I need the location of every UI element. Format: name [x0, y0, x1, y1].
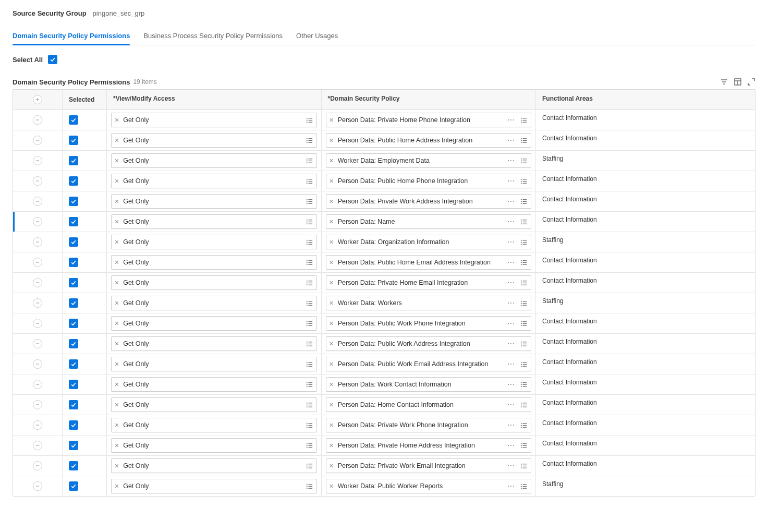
- clear-icon[interactable]: ×: [330, 381, 334, 388]
- remove-row-button[interactable]: [33, 339, 42, 348]
- row-selected-checkbox[interactable]: [69, 278, 78, 287]
- row-selected-checkbox[interactable]: [69, 298, 78, 308]
- access-input[interactable]: ×Get Only: [111, 133, 317, 148]
- more-icon[interactable]: ⋯: [506, 340, 516, 347]
- clear-icon[interactable]: ×: [330, 177, 334, 185]
- list-icon[interactable]: [520, 462, 528, 470]
- row-selected-checkbox[interactable]: [69, 400, 78, 409]
- clear-icon[interactable]: ×: [115, 442, 119, 449]
- list-icon[interactable]: [306, 198, 313, 205]
- remove-row-button[interactable]: [33, 400, 42, 409]
- clear-icon[interactable]: ×: [115, 198, 119, 205]
- clear-icon[interactable]: ×: [115, 218, 119, 225]
- remove-row-button[interactable]: [33, 197, 42, 206]
- clear-icon[interactable]: ×: [330, 299, 334, 307]
- list-icon[interactable]: [520, 360, 528, 368]
- remove-row-button[interactable]: [33, 278, 42, 287]
- remove-row-button[interactable]: [33, 481, 42, 491]
- row-selected-checkbox[interactable]: [69, 156, 78, 165]
- remove-row-button[interactable]: [33, 136, 42, 145]
- clear-icon[interactable]: ×: [115, 421, 119, 429]
- list-icon[interactable]: [520, 259, 528, 267]
- policy-input[interactable]: ×Worker Data: Workers⋯: [326, 296, 532, 310]
- policy-input[interactable]: ×Person Data: Public Work Email Address …: [326, 357, 532, 371]
- more-icon[interactable]: ⋯: [506, 177, 516, 185]
- row-selected-checkbox[interactable]: [69, 359, 78, 369]
- list-icon[interactable]: [520, 279, 528, 287]
- access-input[interactable]: ×Get Only: [111, 438, 317, 453]
- policy-input[interactable]: ×Person Data: Public Work Phone Integrat…: [326, 316, 532, 331]
- access-input[interactable]: ×Get Only: [111, 194, 317, 209]
- list-icon[interactable]: [306, 462, 313, 470]
- more-icon[interactable]: ⋯: [506, 116, 516, 124]
- list-icon[interactable]: [520, 116, 528, 124]
- more-icon[interactable]: ⋯: [506, 157, 516, 164]
- policy-input[interactable]: ×Person Data: Private Work Email Integra…: [326, 458, 532, 473]
- remove-row-button[interactable]: [33, 380, 42, 389]
- list-icon[interactable]: [520, 218, 528, 226]
- clear-icon[interactable]: ×: [330, 116, 334, 124]
- clear-icon[interactable]: ×: [330, 279, 334, 286]
- policy-input[interactable]: ×Worker Data: Organization Information⋯: [326, 235, 532, 249]
- list-icon[interactable]: [520, 177, 528, 185]
- remove-row-button[interactable]: [33, 115, 42, 125]
- row-selected-checkbox[interactable]: [69, 481, 78, 491]
- access-input[interactable]: ×Get Only: [111, 174, 317, 188]
- access-input[interactable]: ×Get Only: [111, 296, 317, 310]
- policy-input[interactable]: ×Person Data: Public Home Email Address …: [326, 255, 532, 270]
- row-selected-checkbox[interactable]: [69, 217, 78, 226]
- clear-icon[interactable]: ×: [115, 320, 119, 327]
- list-icon[interactable]: [306, 442, 313, 450]
- list-icon[interactable]: [520, 137, 528, 144]
- clear-icon[interactable]: ×: [115, 401, 119, 408]
- clear-icon[interactable]: ×: [330, 360, 334, 368]
- policy-input[interactable]: ×Person Data: Public Home Address Integr…: [326, 133, 532, 148]
- clear-icon[interactable]: ×: [115, 177, 119, 185]
- access-input[interactable]: ×Get Only: [111, 357, 317, 371]
- clear-icon[interactable]: ×: [115, 340, 119, 347]
- clear-icon[interactable]: ×: [115, 462, 119, 469]
- tab-0[interactable]: Domain Security Policy Permissions: [13, 27, 130, 45]
- policy-input[interactable]: ×Person Data: Private Home Address Integ…: [326, 438, 532, 453]
- access-input[interactable]: ×Get Only: [111, 458, 317, 473]
- remove-row-button[interactable]: [33, 217, 42, 226]
- row-selected-checkbox[interactable]: [69, 258, 78, 267]
- access-input[interactable]: ×Get Only: [111, 153, 317, 168]
- clear-icon[interactable]: ×: [330, 421, 334, 429]
- list-icon[interactable]: [306, 482, 313, 490]
- policy-input[interactable]: ×Person Data: Name⋯: [326, 214, 532, 229]
- clear-icon[interactable]: ×: [115, 157, 119, 164]
- row-selected-checkbox[interactable]: [69, 461, 78, 470]
- list-icon[interactable]: [306, 360, 313, 368]
- clear-icon[interactable]: ×: [330, 482, 334, 490]
- clear-icon[interactable]: ×: [330, 340, 334, 347]
- list-icon[interactable]: [306, 401, 313, 409]
- remove-row-button[interactable]: [33, 176, 42, 186]
- remove-row-button[interactable]: [33, 461, 42, 470]
- list-icon[interactable]: [520, 421, 528, 429]
- more-icon[interactable]: ⋯: [506, 442, 516, 449]
- more-icon[interactable]: ⋯: [506, 381, 516, 388]
- filter-icon[interactable]: [720, 78, 728, 86]
- more-icon[interactable]: ⋯: [506, 299, 516, 307]
- clear-icon[interactable]: ×: [330, 157, 334, 164]
- list-icon[interactable]: [306, 279, 313, 287]
- policy-input[interactable]: ×Person Data: Work Contact Information⋯: [326, 377, 532, 392]
- row-selected-checkbox[interactable]: [69, 420, 78, 430]
- list-icon[interactable]: [520, 482, 528, 490]
- remove-row-button[interactable]: [33, 319, 42, 328]
- more-icon[interactable]: ⋯: [506, 401, 516, 408]
- clear-icon[interactable]: ×: [115, 360, 119, 368]
- list-icon[interactable]: [520, 198, 528, 205]
- row-selected-checkbox[interactable]: [69, 380, 78, 389]
- policy-input[interactable]: ×Person Data: Public Home Phone Integrat…: [326, 174, 532, 188]
- list-icon[interactable]: [306, 381, 313, 389]
- policy-input[interactable]: ×Person Data: Home Contact Information⋯: [326, 397, 532, 412]
- clear-icon[interactable]: ×: [330, 137, 334, 144]
- more-icon[interactable]: ⋯: [506, 421, 516, 429]
- remove-row-button[interactable]: [33, 359, 42, 369]
- list-icon[interactable]: [520, 238, 528, 246]
- tab-2[interactable]: Other Usages: [296, 27, 338, 45]
- access-input[interactable]: ×Get Only: [111, 214, 317, 229]
- list-icon[interactable]: [306, 116, 313, 124]
